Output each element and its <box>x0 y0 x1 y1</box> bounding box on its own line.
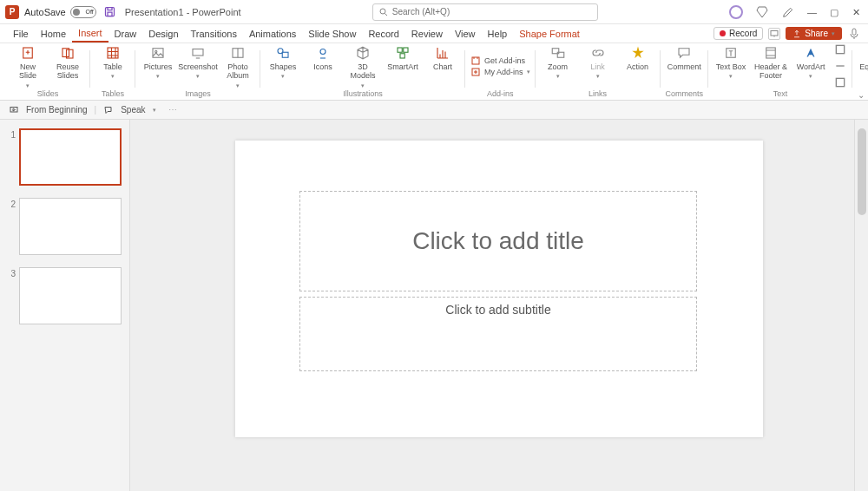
title-placeholder[interactable]: Click to add title <box>299 191 697 291</box>
svg-rect-25 <box>836 45 844 53</box>
svg-rect-17 <box>404 48 408 52</box>
speak-button[interactable]: Speak <box>121 105 145 115</box>
search-icon <box>378 7 389 17</box>
tab-review[interactable]: Review <box>405 24 449 43</box>
screenshot-button[interactable]: Screenshot▾ <box>181 45 215 80</box>
slide-thumbnails-panel[interactable]: 1 2 3 <box>0 120 130 491</box>
group-images: Pictures▾ Screenshot▾ Photo Album▾ Image… <box>135 45 260 100</box>
textbox-button[interactable]: Text Box▾ <box>713 45 748 80</box>
wordart-button[interactable]: WordArt▾ <box>793 45 828 80</box>
svg-rect-16 <box>398 48 402 52</box>
customize-qa-toolbar[interactable]: ⋯ <box>168 105 177 115</box>
mic-icon[interactable] <box>847 27 861 41</box>
group-links: Zoom▾ Link▾ Action Links <box>536 45 661 100</box>
speak-dropdown-icon[interactable]: ▾ <box>153 107 156 114</box>
ribbon-collapse-icon[interactable]: ⌄ <box>858 90 865 100</box>
svg-rect-9 <box>153 49 163 58</box>
document-title: Presentation1 - PowerPoint <box>125 7 241 17</box>
group-illustrations: Shapes▾ Icons 3D Models▾ SmartArt Chart … <box>260 45 465 100</box>
slide[interactable]: Click to add title Click to add subtitle <box>235 141 763 437</box>
svg-rect-8 <box>108 48 118 58</box>
svg-rect-19 <box>472 57 479 64</box>
table-button[interactable]: Table▾ <box>95 45 130 80</box>
diamond-icon[interactable] <box>755 5 769 19</box>
tab-draw[interactable]: Draw <box>108 24 143 43</box>
tab-help[interactable]: Help <box>482 24 514 43</box>
pencil-icon[interactable] <box>781 5 795 19</box>
action-button[interactable]: Action <box>621 45 655 71</box>
group-addins: Get Add-ins My Add-ins ▾ Add-ins <box>465 45 536 100</box>
svg-point-2 <box>380 9 385 14</box>
from-beginning-icon[interactable] <box>9 105 19 115</box>
zoom-button[interactable]: Zoom▾ <box>541 45 575 80</box>
record-dot-icon <box>720 30 726 36</box>
minimize-button[interactable]: — <box>807 7 818 17</box>
vertical-scrollbar[interactable] <box>854 120 868 491</box>
comment-button[interactable]: Comment <box>667 45 701 71</box>
speak-icon[interactable] <box>103 105 114 115</box>
account-icon[interactable] <box>729 5 743 19</box>
svg-rect-26 <box>836 78 844 86</box>
tab-design[interactable]: Design <box>142 24 184 43</box>
svg-rect-3 <box>771 30 778 36</box>
present-button[interactable] <box>768 28 780 40</box>
slide-canvas[interactable]: Click to add title Click to add subtitle <box>130 120 868 491</box>
svg-rect-11 <box>193 49 203 56</box>
subtitle-placeholder[interactable]: Click to add subtitle <box>299 297 697 371</box>
thumbnail-1[interactable] <box>19 128 122 186</box>
svg-rect-1 <box>108 12 112 16</box>
tab-home[interactable]: Home <box>35 24 72 43</box>
equation-button[interactable]: Equation▾ <box>858 45 868 80</box>
header-footer-button[interactable]: Header & Footer <box>753 45 788 81</box>
tab-animations[interactable]: Animations <box>243 24 302 43</box>
link-button[interactable]: Link▾ <box>581 45 615 80</box>
autosave-label: AutoSave <box>24 7 66 17</box>
svg-rect-14 <box>282 52 288 57</box>
tab-file[interactable]: File <box>7 24 35 43</box>
smartart-button[interactable]: SmartArt <box>385 45 420 71</box>
text-extra-buttons[interactable] <box>833 45 847 87</box>
group-tables: Table▾ Tables <box>90 45 135 100</box>
close-button[interactable]: ✕ <box>852 7 863 17</box>
thumbnail-3[interactable] <box>19 267 122 324</box>
powerpoint-badge-icon: P <box>5 5 19 19</box>
svg-rect-24 <box>766 48 776 58</box>
photo-album-button[interactable]: Photo Album▾ <box>220 45 255 89</box>
group-comments: Comment Comments <box>661 45 709 100</box>
share-button[interactable]: Share▾ <box>786 27 842 40</box>
svg-rect-18 <box>400 54 404 58</box>
from-beginning-button[interactable]: From Beginning <box>26 105 88 115</box>
tab-record[interactable]: Record <box>362 24 404 43</box>
tab-view[interactable]: View <box>449 24 482 43</box>
tab-shape-format[interactable]: Shape Format <box>513 24 586 43</box>
autosave-toggle[interactable]: Off <box>70 6 96 18</box>
new-slide-button[interactable]: New Slide▾ <box>10 45 45 89</box>
svg-rect-32 <box>10 107 17 112</box>
svg-point-15 <box>320 49 326 55</box>
tab-insert[interactable]: Insert <box>72 24 108 43</box>
tab-slideshow[interactable]: Slide Show <box>302 24 362 43</box>
search-input[interactable] <box>372 3 598 21</box>
group-slides: New Slide▾ Reuse Slides Slides <box>5 45 90 100</box>
shapes-button[interactable]: Shapes▾ <box>266 45 300 80</box>
my-addins-button[interactable]: My Add-ins ▾ <box>470 67 530 77</box>
tab-transitions[interactable]: Transitions <box>185 24 243 43</box>
svg-rect-4 <box>852 29 856 35</box>
scrollbar-thumb[interactable] <box>858 128 866 215</box>
icons-button[interactable]: Icons <box>306 45 340 71</box>
chart-button[interactable]: Chart <box>425 45 460 71</box>
save-icon[interactable] <box>103 5 116 18</box>
reuse-slides-button[interactable]: Reuse Slides <box>50 45 85 81</box>
group-text: Text Box▾ Header & Footer WordArt▾ Text <box>708 45 852 100</box>
get-addins-button[interactable]: Get Add-ins <box>470 56 530 66</box>
record-button[interactable]: Record <box>713 27 763 40</box>
thumbnail-2[interactable] <box>19 198 122 255</box>
maximize-button[interactable]: ▢ <box>830 7 840 17</box>
3d-models-button[interactable]: 3D Models▾ <box>345 45 380 89</box>
pictures-button[interactable]: Pictures▾ <box>141 45 175 80</box>
